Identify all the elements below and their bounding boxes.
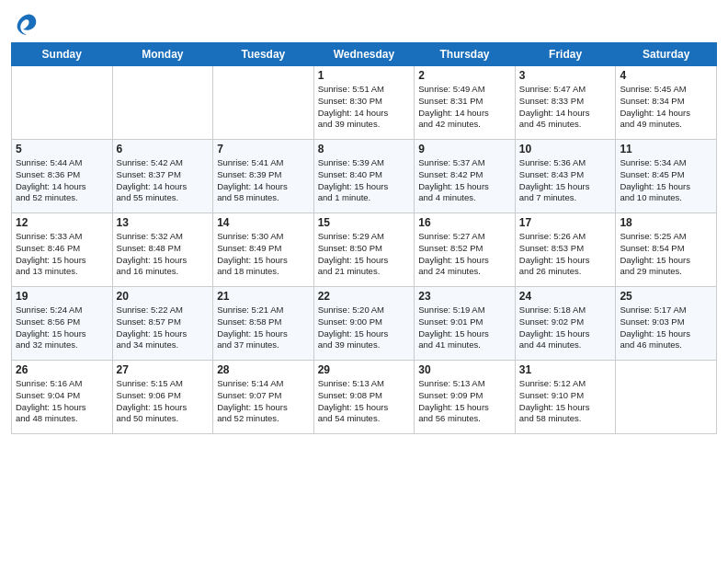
calendar-cell: 29Sunrise: 5:13 AMSunset: 9:08 PMDayligh… xyxy=(313,361,415,434)
calendar-cell: 6Sunrise: 5:42 AMSunset: 8:37 PMDaylight… xyxy=(112,140,213,213)
cell-info: Sunrise: 5:24 AMSunset: 8:56 PMDaylight:… xyxy=(16,304,108,351)
day-number: 2 xyxy=(418,69,511,82)
day-number: 17 xyxy=(519,216,612,229)
cell-info: Sunrise: 5:26 AMSunset: 8:53 PMDaylight:… xyxy=(519,231,612,278)
day-number: 4 xyxy=(620,69,712,82)
calendar-cell: 17Sunrise: 5:26 AMSunset: 8:53 PMDayligh… xyxy=(515,213,616,287)
cell-info: Sunrise: 5:29 AMSunset: 8:50 PMDaylight:… xyxy=(318,231,411,278)
calendar-cell: 26Sunrise: 5:16 AMSunset: 9:04 PMDayligh… xyxy=(12,361,113,434)
calendar-cell: 12Sunrise: 5:33 AMSunset: 8:46 PMDayligh… xyxy=(12,213,113,287)
cell-info: Sunrise: 5:39 AMSunset: 8:40 PMDaylight:… xyxy=(318,157,411,204)
calendar-cell: 27Sunrise: 5:15 AMSunset: 9:06 PMDayligh… xyxy=(112,361,213,434)
calendar-cell: 7Sunrise: 5:41 AMSunset: 8:39 PMDaylight… xyxy=(213,140,314,213)
cell-info: Sunrise: 5:41 AMSunset: 8:39 PMDaylight:… xyxy=(217,157,310,204)
calendar-cell: 30Sunrise: 5:13 AMSunset: 9:09 PMDayligh… xyxy=(415,361,516,434)
week-row-2: 5Sunrise: 5:44 AMSunset: 8:36 PMDaylight… xyxy=(12,140,717,213)
calendar-table: SundayMondayTuesdayWednesdayThursdayFrid… xyxy=(11,42,717,434)
logo xyxy=(11,13,40,37)
calendar-cell: 23Sunrise: 5:19 AMSunset: 9:01 PMDayligh… xyxy=(415,287,516,361)
calendar-cell: 19Sunrise: 5:24 AMSunset: 8:56 PMDayligh… xyxy=(12,287,113,361)
calendar-cell: 5Sunrise: 5:44 AMSunset: 8:36 PMDaylight… xyxy=(12,140,113,213)
calendar-cell: 4Sunrise: 5:45 AMSunset: 8:34 PMDaylight… xyxy=(616,66,717,140)
calendar-cell xyxy=(112,66,213,140)
day-number: 14 xyxy=(217,216,310,229)
day-header-thursday: Thursday xyxy=(415,43,516,66)
day-number: 8 xyxy=(318,143,411,155)
cell-info: Sunrise: 5:34 AMSunset: 8:45 PMDaylight:… xyxy=(620,157,712,204)
cell-info: Sunrise: 5:32 AMSunset: 8:48 PMDaylight:… xyxy=(117,231,210,278)
calendar-cell xyxy=(616,361,717,434)
cell-info: Sunrise: 5:13 AMSunset: 9:08 PMDaylight:… xyxy=(318,378,411,425)
day-number: 31 xyxy=(519,363,612,376)
cell-info: Sunrise: 5:25 AMSunset: 8:54 PMDaylight:… xyxy=(620,231,712,278)
day-number: 28 xyxy=(217,363,310,376)
day-number: 25 xyxy=(620,290,712,303)
day-number: 18 xyxy=(620,216,712,229)
cell-info: Sunrise: 5:13 AMSunset: 9:09 PMDaylight:… xyxy=(418,378,511,425)
calendar-cell: 9Sunrise: 5:37 AMSunset: 8:42 PMDaylight… xyxy=(415,140,516,213)
cell-info: Sunrise: 5:12 AMSunset: 9:10 PMDaylight:… xyxy=(519,378,612,425)
calendar-cell: 3Sunrise: 5:47 AMSunset: 8:33 PMDaylight… xyxy=(515,66,616,140)
cell-info: Sunrise: 5:44 AMSunset: 8:36 PMDaylight:… xyxy=(16,157,108,204)
cell-info: Sunrise: 5:30 AMSunset: 8:49 PMDaylight:… xyxy=(217,231,310,278)
day-number: 22 xyxy=(318,290,411,303)
cell-info: Sunrise: 5:15 AMSunset: 9:06 PMDaylight:… xyxy=(117,378,210,425)
calendar-cell: 20Sunrise: 5:22 AMSunset: 8:57 PMDayligh… xyxy=(112,287,213,361)
calendar-cell: 10Sunrise: 5:36 AMSunset: 8:43 PMDayligh… xyxy=(515,140,616,213)
cell-info: Sunrise: 5:17 AMSunset: 9:03 PMDaylight:… xyxy=(620,304,712,351)
week-row-4: 19Sunrise: 5:24 AMSunset: 8:56 PMDayligh… xyxy=(12,287,717,361)
day-number: 3 xyxy=(519,69,612,82)
cell-info: Sunrise: 5:37 AMSunset: 8:42 PMDaylight:… xyxy=(418,157,511,204)
calendar-cell: 16Sunrise: 5:27 AMSunset: 8:52 PMDayligh… xyxy=(415,213,516,287)
day-number: 10 xyxy=(519,143,612,155)
cell-info: Sunrise: 5:20 AMSunset: 9:00 PMDaylight:… xyxy=(318,304,411,351)
day-number: 11 xyxy=(620,143,712,155)
cell-info: Sunrise: 5:14 AMSunset: 9:07 PMDaylight:… xyxy=(217,378,310,425)
cell-info: Sunrise: 5:45 AMSunset: 8:34 PMDaylight:… xyxy=(620,84,712,131)
day-number: 5 xyxy=(16,143,108,155)
cell-info: Sunrise: 5:51 AMSunset: 8:30 PMDaylight:… xyxy=(318,84,411,131)
calendar-cell: 22Sunrise: 5:20 AMSunset: 9:00 PMDayligh… xyxy=(313,287,415,361)
day-header-sunday: Sunday xyxy=(12,43,113,66)
week-row-3: 12Sunrise: 5:33 AMSunset: 8:46 PMDayligh… xyxy=(12,213,717,287)
calendar-cell: 15Sunrise: 5:29 AMSunset: 8:50 PMDayligh… xyxy=(313,213,415,287)
day-number: 9 xyxy=(418,143,511,155)
cell-info: Sunrise: 5:22 AMSunset: 8:57 PMDaylight:… xyxy=(117,304,210,351)
day-number: 15 xyxy=(318,216,411,229)
day-number: 12 xyxy=(16,216,108,229)
calendar-cell: 28Sunrise: 5:14 AMSunset: 9:07 PMDayligh… xyxy=(213,361,314,434)
calendar-cell: 1Sunrise: 5:51 AMSunset: 8:30 PMDaylight… xyxy=(313,66,415,140)
calendar-cell: 13Sunrise: 5:32 AMSunset: 8:48 PMDayligh… xyxy=(112,213,213,287)
day-number: 24 xyxy=(519,290,612,303)
header xyxy=(11,9,717,37)
day-number: 16 xyxy=(418,216,511,229)
cell-info: Sunrise: 5:33 AMSunset: 8:46 PMDaylight:… xyxy=(16,231,108,278)
day-header-wednesday: Wednesday xyxy=(313,43,415,66)
calendar-cell: 18Sunrise: 5:25 AMSunset: 8:54 PMDayligh… xyxy=(616,213,717,287)
day-number: 30 xyxy=(418,363,511,376)
day-number: 7 xyxy=(217,143,310,155)
day-header-tuesday: Tuesday xyxy=(213,43,314,66)
day-header-monday: Monday xyxy=(112,43,213,66)
day-number: 20 xyxy=(117,290,210,303)
cell-info: Sunrise: 5:16 AMSunset: 9:04 PMDaylight:… xyxy=(16,378,108,425)
day-number: 13 xyxy=(117,216,210,229)
day-number: 23 xyxy=(418,290,511,303)
cell-info: Sunrise: 5:27 AMSunset: 8:52 PMDaylight:… xyxy=(418,231,511,278)
day-header-friday: Friday xyxy=(515,43,616,66)
cell-info: Sunrise: 5:42 AMSunset: 8:37 PMDaylight:… xyxy=(117,157,210,204)
calendar-cell: 24Sunrise: 5:18 AMSunset: 9:02 PMDayligh… xyxy=(515,287,616,361)
calendar-cell: 8Sunrise: 5:39 AMSunset: 8:40 PMDaylight… xyxy=(313,140,415,213)
cell-info: Sunrise: 5:21 AMSunset: 8:58 PMDaylight:… xyxy=(217,304,310,351)
cell-info: Sunrise: 5:49 AMSunset: 8:31 PMDaylight:… xyxy=(418,84,511,131)
calendar-cell: 2Sunrise: 5:49 AMSunset: 8:31 PMDaylight… xyxy=(415,66,516,140)
calendar-container: SundayMondayTuesdayWednesdayThursdayFrid… xyxy=(0,0,728,445)
cell-info: Sunrise: 5:36 AMSunset: 8:43 PMDaylight:… xyxy=(519,157,612,204)
week-row-1: 1Sunrise: 5:51 AMSunset: 8:30 PMDaylight… xyxy=(12,66,717,140)
calendar-cell xyxy=(213,66,314,140)
calendar-cell: 21Sunrise: 5:21 AMSunset: 8:58 PMDayligh… xyxy=(213,287,314,361)
day-header-saturday: Saturday xyxy=(616,43,717,66)
day-number: 21 xyxy=(217,290,310,303)
cell-info: Sunrise: 5:47 AMSunset: 8:33 PMDaylight:… xyxy=(519,84,612,131)
day-number: 1 xyxy=(318,69,411,82)
